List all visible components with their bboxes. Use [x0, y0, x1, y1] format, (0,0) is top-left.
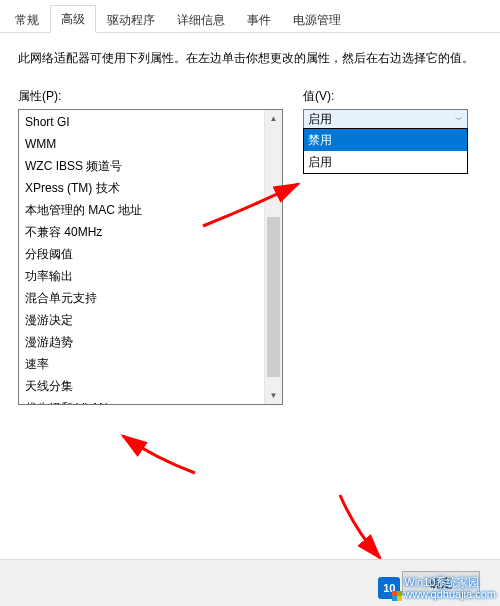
value-combobox[interactable]: 启用 ﹀: [303, 109, 468, 129]
property-list-item[interactable]: 漫游趋势: [21, 331, 265, 353]
scroll-up-icon[interactable]: ▲: [265, 110, 282, 127]
tabs-bar: 常规 高级 驱动程序 详细信息 事件 电源管理: [0, 0, 500, 33]
tab-general[interactable]: 常规: [4, 6, 50, 33]
tab-driver[interactable]: 驱动程序: [96, 6, 166, 33]
value-selected-text: 启用: [308, 111, 332, 128]
property-list-item[interactable]: 漫游决定: [21, 309, 265, 331]
property-list-item[interactable]: 本地管理的 MAC 地址: [21, 199, 265, 221]
annotation-arrow-icon: [115, 428, 205, 478]
value-dropdown[interactable]: 禁用 启用: [303, 128, 468, 174]
property-list-item[interactable]: 速率: [21, 353, 265, 375]
scrollbar[interactable]: ▲ ▼: [264, 110, 282, 404]
property-list-item[interactable]: 优先级和 VLAN: [21, 397, 265, 405]
property-list-item[interactable]: Short GI: [21, 111, 265, 133]
dropdown-option-enable[interactable]: 启用: [304, 151, 467, 173]
scroll-down-icon[interactable]: ▼: [265, 387, 282, 404]
property-list-item[interactable]: 功率输出: [21, 265, 265, 287]
dropdown-option-disable[interactable]: 禁用: [304, 129, 467, 151]
scroll-thumb[interactable]: [267, 217, 280, 377]
tab-events[interactable]: 事件: [236, 6, 282, 33]
tab-advanced[interactable]: 高级: [50, 5, 96, 33]
tab-content: 此网络适配器可使用下列属性。在左边单击你想更改的属性，然后在右边选择它的值。 属…: [0, 33, 500, 415]
property-list-item[interactable]: XPress (TM) 技术: [21, 177, 265, 199]
property-list-item[interactable]: 分段阈值: [21, 243, 265, 265]
watermark: 10 Win10系统家园 www.qdhuajia.com: [378, 576, 496, 600]
chevron-down-icon: ﹀: [455, 114, 463, 125]
tab-power[interactable]: 电源管理: [282, 6, 352, 33]
property-list-item[interactable]: 不兼容 40MHz: [21, 221, 265, 243]
tab-details[interactable]: 详细信息: [166, 6, 236, 33]
watermark-text: Win10系统家园 www.qdhuajia.com: [404, 576, 496, 600]
value-label: 值(V):: [303, 88, 482, 105]
property-list-item[interactable]: 混合单元支持: [21, 287, 265, 309]
property-list-item[interactable]: WZC IBSS 频道号: [21, 155, 265, 177]
scroll-track[interactable]: [265, 127, 282, 387]
watermark-badge-icon: 10: [378, 577, 400, 599]
property-label: 属性(P):: [18, 88, 283, 105]
property-listbox[interactable]: Short GIWMMWZC IBSS 频道号XPress (TM) 技术本地管…: [18, 109, 283, 405]
annotation-arrow-icon: [330, 490, 390, 565]
property-list-item[interactable]: WMM: [21, 133, 265, 155]
description-text: 此网络适配器可使用下列属性。在左边单击你想更改的属性，然后在右边选择它的值。: [18, 49, 482, 68]
property-list-item[interactable]: 天线分集: [21, 375, 265, 397]
